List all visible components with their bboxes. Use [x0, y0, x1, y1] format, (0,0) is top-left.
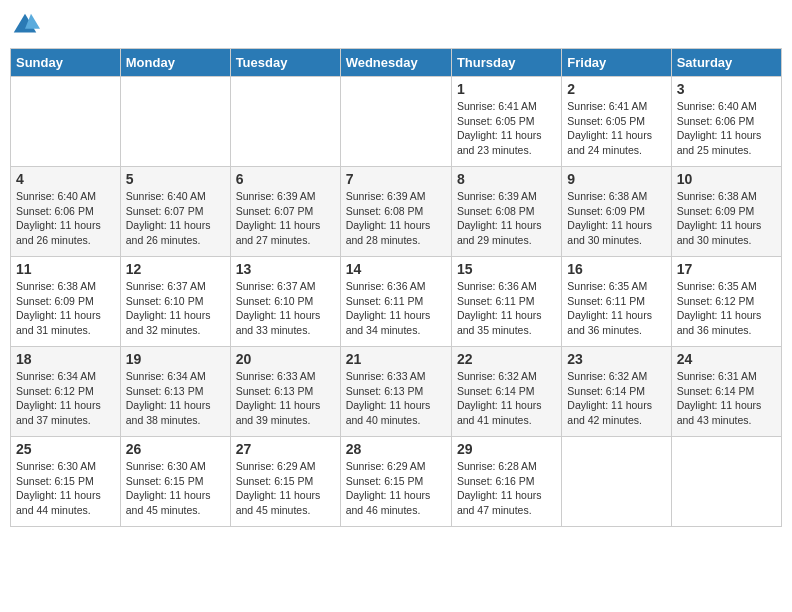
- day-info: Sunrise: 6:40 AM Sunset: 6:06 PM Dayligh…: [16, 189, 115, 248]
- calendar-cell: 23Sunrise: 6:32 AM Sunset: 6:14 PM Dayli…: [562, 347, 671, 437]
- day-number: 23: [567, 351, 665, 367]
- calendar-cell: [230, 77, 340, 167]
- day-number: 26: [126, 441, 225, 457]
- calendar-cell: 11Sunrise: 6:38 AM Sunset: 6:09 PM Dayli…: [11, 257, 121, 347]
- day-info: Sunrise: 6:33 AM Sunset: 6:13 PM Dayligh…: [236, 369, 335, 428]
- weekday-header-friday: Friday: [562, 49, 671, 77]
- day-number: 9: [567, 171, 665, 187]
- day-number: 13: [236, 261, 335, 277]
- day-number: 17: [677, 261, 776, 277]
- day-number: 3: [677, 81, 776, 97]
- calendar-cell: 17Sunrise: 6:35 AM Sunset: 6:12 PM Dayli…: [671, 257, 781, 347]
- day-info: Sunrise: 6:39 AM Sunset: 6:07 PM Dayligh…: [236, 189, 335, 248]
- day-info: Sunrise: 6:35 AM Sunset: 6:12 PM Dayligh…: [677, 279, 776, 338]
- calendar-cell: [562, 437, 671, 527]
- week-row-5: 25Sunrise: 6:30 AM Sunset: 6:15 PM Dayli…: [11, 437, 782, 527]
- day-info: Sunrise: 6:30 AM Sunset: 6:15 PM Dayligh…: [126, 459, 225, 518]
- day-number: 22: [457, 351, 556, 367]
- day-number: 14: [346, 261, 446, 277]
- calendar-cell: [11, 77, 121, 167]
- day-info: Sunrise: 6:40 AM Sunset: 6:07 PM Dayligh…: [126, 189, 225, 248]
- weekday-header-tuesday: Tuesday: [230, 49, 340, 77]
- calendar-cell: 13Sunrise: 6:37 AM Sunset: 6:10 PM Dayli…: [230, 257, 340, 347]
- calendar-cell: 18Sunrise: 6:34 AM Sunset: 6:12 PM Dayli…: [11, 347, 121, 437]
- week-row-3: 11Sunrise: 6:38 AM Sunset: 6:09 PM Dayli…: [11, 257, 782, 347]
- day-info: Sunrise: 6:32 AM Sunset: 6:14 PM Dayligh…: [457, 369, 556, 428]
- day-info: Sunrise: 6:36 AM Sunset: 6:11 PM Dayligh…: [457, 279, 556, 338]
- calendar-cell: 20Sunrise: 6:33 AM Sunset: 6:13 PM Dayli…: [230, 347, 340, 437]
- calendar-cell: 26Sunrise: 6:30 AM Sunset: 6:15 PM Dayli…: [120, 437, 230, 527]
- day-number: 10: [677, 171, 776, 187]
- weekday-header-saturday: Saturday: [671, 49, 781, 77]
- day-info: Sunrise: 6:41 AM Sunset: 6:05 PM Dayligh…: [457, 99, 556, 158]
- calendar-cell: 14Sunrise: 6:36 AM Sunset: 6:11 PM Dayli…: [340, 257, 451, 347]
- weekday-header-thursday: Thursday: [451, 49, 561, 77]
- day-number: 27: [236, 441, 335, 457]
- calendar-cell: 8Sunrise: 6:39 AM Sunset: 6:08 PM Daylig…: [451, 167, 561, 257]
- day-number: 7: [346, 171, 446, 187]
- day-info: Sunrise: 6:29 AM Sunset: 6:15 PM Dayligh…: [346, 459, 446, 518]
- day-number: 8: [457, 171, 556, 187]
- calendar-cell: [340, 77, 451, 167]
- day-number: 20: [236, 351, 335, 367]
- day-number: 25: [16, 441, 115, 457]
- day-info: Sunrise: 6:33 AM Sunset: 6:13 PM Dayligh…: [346, 369, 446, 428]
- day-number: 28: [346, 441, 446, 457]
- calendar-cell: 12Sunrise: 6:37 AM Sunset: 6:10 PM Dayli…: [120, 257, 230, 347]
- calendar-cell: 16Sunrise: 6:35 AM Sunset: 6:11 PM Dayli…: [562, 257, 671, 347]
- day-number: 6: [236, 171, 335, 187]
- day-info: Sunrise: 6:30 AM Sunset: 6:15 PM Dayligh…: [16, 459, 115, 518]
- calendar-cell: 2Sunrise: 6:41 AM Sunset: 6:05 PM Daylig…: [562, 77, 671, 167]
- day-info: Sunrise: 6:28 AM Sunset: 6:16 PM Dayligh…: [457, 459, 556, 518]
- calendar-cell: [671, 437, 781, 527]
- weekday-header-wednesday: Wednesday: [340, 49, 451, 77]
- day-number: 2: [567, 81, 665, 97]
- day-info: Sunrise: 6:40 AM Sunset: 6:06 PM Dayligh…: [677, 99, 776, 158]
- calendar-cell: 25Sunrise: 6:30 AM Sunset: 6:15 PM Dayli…: [11, 437, 121, 527]
- day-info: Sunrise: 6:41 AM Sunset: 6:05 PM Dayligh…: [567, 99, 665, 158]
- week-row-4: 18Sunrise: 6:34 AM Sunset: 6:12 PM Dayli…: [11, 347, 782, 437]
- day-info: Sunrise: 6:38 AM Sunset: 6:09 PM Dayligh…: [677, 189, 776, 248]
- day-number: 29: [457, 441, 556, 457]
- day-number: 5: [126, 171, 225, 187]
- calendar-cell: 1Sunrise: 6:41 AM Sunset: 6:05 PM Daylig…: [451, 77, 561, 167]
- calendar-cell: 28Sunrise: 6:29 AM Sunset: 6:15 PM Dayli…: [340, 437, 451, 527]
- weekday-header-sunday: Sunday: [11, 49, 121, 77]
- calendar-cell: 29Sunrise: 6:28 AM Sunset: 6:16 PM Dayli…: [451, 437, 561, 527]
- week-row-1: 1Sunrise: 6:41 AM Sunset: 6:05 PM Daylig…: [11, 77, 782, 167]
- day-info: Sunrise: 6:36 AM Sunset: 6:11 PM Dayligh…: [346, 279, 446, 338]
- calendar-cell: 3Sunrise: 6:40 AM Sunset: 6:06 PM Daylig…: [671, 77, 781, 167]
- day-number: 11: [16, 261, 115, 277]
- day-number: 1: [457, 81, 556, 97]
- calendar-cell: 5Sunrise: 6:40 AM Sunset: 6:07 PM Daylig…: [120, 167, 230, 257]
- day-number: 4: [16, 171, 115, 187]
- calendar-cell: 21Sunrise: 6:33 AM Sunset: 6:13 PM Dayli…: [340, 347, 451, 437]
- calendar-cell: 6Sunrise: 6:39 AM Sunset: 6:07 PM Daylig…: [230, 167, 340, 257]
- calendar-cell: 24Sunrise: 6:31 AM Sunset: 6:14 PM Dayli…: [671, 347, 781, 437]
- day-number: 16: [567, 261, 665, 277]
- day-info: Sunrise: 6:39 AM Sunset: 6:08 PM Dayligh…: [457, 189, 556, 248]
- day-info: Sunrise: 6:31 AM Sunset: 6:14 PM Dayligh…: [677, 369, 776, 428]
- day-info: Sunrise: 6:35 AM Sunset: 6:11 PM Dayligh…: [567, 279, 665, 338]
- day-number: 19: [126, 351, 225, 367]
- day-info: Sunrise: 6:34 AM Sunset: 6:13 PM Dayligh…: [126, 369, 225, 428]
- day-info: Sunrise: 6:39 AM Sunset: 6:08 PM Dayligh…: [346, 189, 446, 248]
- day-number: 24: [677, 351, 776, 367]
- day-number: 21: [346, 351, 446, 367]
- header: [10, 10, 782, 40]
- calendar-cell: 7Sunrise: 6:39 AM Sunset: 6:08 PM Daylig…: [340, 167, 451, 257]
- day-info: Sunrise: 6:38 AM Sunset: 6:09 PM Dayligh…: [16, 279, 115, 338]
- calendar-cell: 4Sunrise: 6:40 AM Sunset: 6:06 PM Daylig…: [11, 167, 121, 257]
- day-info: Sunrise: 6:38 AM Sunset: 6:09 PM Dayligh…: [567, 189, 665, 248]
- day-number: 18: [16, 351, 115, 367]
- day-info: Sunrise: 6:29 AM Sunset: 6:15 PM Dayligh…: [236, 459, 335, 518]
- calendar-cell: [120, 77, 230, 167]
- calendar-table: SundayMondayTuesdayWednesdayThursdayFrid…: [10, 48, 782, 527]
- calendar-cell: 22Sunrise: 6:32 AM Sunset: 6:14 PM Dayli…: [451, 347, 561, 437]
- logo-icon: [10, 10, 40, 40]
- day-info: Sunrise: 6:37 AM Sunset: 6:10 PM Dayligh…: [126, 279, 225, 338]
- weekday-header-row: SundayMondayTuesdayWednesdayThursdayFrid…: [11, 49, 782, 77]
- day-number: 12: [126, 261, 225, 277]
- calendar-cell: 19Sunrise: 6:34 AM Sunset: 6:13 PM Dayli…: [120, 347, 230, 437]
- day-info: Sunrise: 6:37 AM Sunset: 6:10 PM Dayligh…: [236, 279, 335, 338]
